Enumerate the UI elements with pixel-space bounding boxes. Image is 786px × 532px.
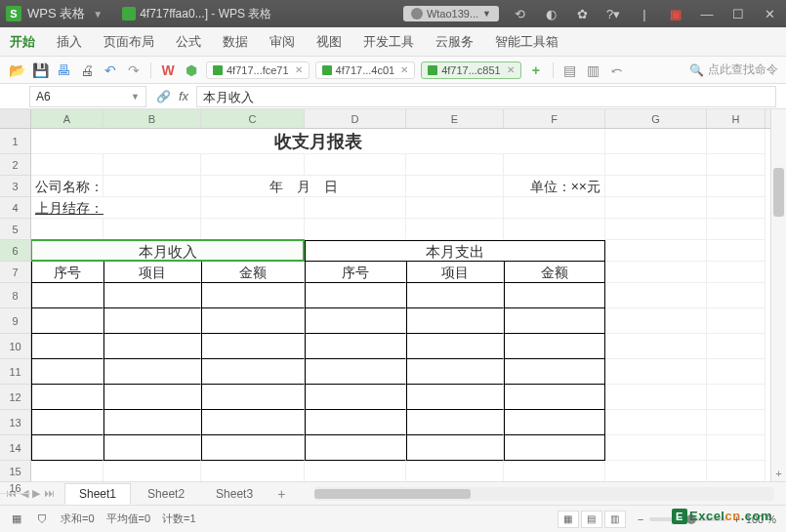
cell[interactable] bbox=[707, 385, 765, 410]
scroll-thumb[interactable] bbox=[314, 489, 471, 499]
cell[interactable] bbox=[605, 410, 707, 435]
feedback-icon[interactable]: | bbox=[634, 5, 655, 22]
cell[interactable] bbox=[605, 385, 707, 410]
add-sheet-button[interactable]: + bbox=[269, 483, 293, 505]
cell[interactable] bbox=[605, 283, 707, 308]
cell[interactable] bbox=[103, 435, 201, 461]
cell[interactable] bbox=[707, 435, 765, 461]
menu-formula[interactable]: 公式 bbox=[176, 33, 201, 51]
cell[interactable] bbox=[707, 359, 765, 385]
row-header[interactable]: 14 bbox=[0, 435, 30, 461]
menu-view[interactable]: 视图 bbox=[316, 33, 342, 51]
menu-start[interactable]: 开始 bbox=[10, 33, 35, 51]
row-header[interactable]: 8 bbox=[0, 283, 30, 308]
cell[interactable] bbox=[406, 219, 504, 240]
row-header[interactable]: 5 bbox=[0, 219, 30, 240]
cell[interactable] bbox=[103, 359, 201, 385]
tab-nav-last-icon[interactable]: ⏭ bbox=[44, 487, 55, 500]
menu-smart[interactable]: 智能工具箱 bbox=[495, 33, 558, 51]
cell[interactable] bbox=[31, 308, 103, 334]
menu-dev[interactable]: 开发工具 bbox=[363, 33, 414, 51]
col-header[interactable]: H bbox=[707, 109, 765, 128]
back-icon[interactable]: ⤺ bbox=[608, 61, 626, 79]
cell[interactable] bbox=[406, 334, 504, 359]
row-header[interactable]: 11 bbox=[0, 359, 30, 385]
cell-item[interactable]: 项目 bbox=[406, 262, 504, 283]
link-icon[interactable]: 🔗 bbox=[156, 90, 171, 103]
cell[interactable] bbox=[305, 308, 406, 334]
notification-icon[interactable]: ▣ bbox=[665, 5, 686, 22]
cell[interactable] bbox=[201, 154, 305, 176]
cell[interactable] bbox=[406, 359, 504, 385]
cell[interactable] bbox=[707, 308, 765, 334]
col-header[interactable]: F bbox=[504, 109, 605, 128]
cell[interactable] bbox=[31, 410, 103, 435]
cell[interactable] bbox=[605, 334, 707, 359]
cell[interactable] bbox=[406, 176, 504, 197]
cell[interactable] bbox=[103, 461, 201, 481]
col-header[interactable]: G bbox=[605, 109, 707, 128]
cell[interactable] bbox=[504, 154, 605, 176]
sheet-tab-1[interactable]: Sheet1 bbox=[64, 483, 131, 505]
cell[interactable] bbox=[406, 435, 504, 461]
cell[interactable] bbox=[707, 129, 765, 154]
cell[interactable] bbox=[605, 197, 707, 219]
cell[interactable] bbox=[201, 308, 305, 334]
row-header[interactable]: 15 bbox=[0, 461, 30, 482]
col-header[interactable]: D bbox=[305, 109, 406, 128]
cell[interactable] bbox=[504, 334, 605, 359]
cell[interactable] bbox=[201, 435, 305, 461]
cell[interactable] bbox=[707, 410, 765, 435]
row-header[interactable]: 12 bbox=[0, 385, 30, 410]
vertical-scrollbar[interactable]: + bbox=[770, 109, 786, 481]
row-header[interactable]: 7 bbox=[0, 262, 30, 283]
col-header[interactable]: C bbox=[201, 109, 305, 128]
row-header[interactable]: 3 bbox=[0, 176, 30, 197]
horizontal-scrollbar[interactable] bbox=[314, 487, 774, 501]
cell[interactable] bbox=[605, 262, 707, 283]
cell[interactable] bbox=[605, 359, 707, 385]
redo-icon[interactable]: ↷ bbox=[125, 61, 143, 79]
cell[interactable] bbox=[504, 308, 605, 334]
row-header[interactable]: 16 bbox=[0, 482, 30, 494]
sheet-tab-2[interactable]: Sheet2 bbox=[133, 483, 199, 505]
menu-review[interactable]: 审阅 bbox=[269, 33, 295, 51]
cell[interactable] bbox=[31, 154, 103, 176]
row-header[interactable]: 10 bbox=[0, 334, 30, 359]
cell[interactable] bbox=[201, 359, 305, 385]
cell[interactable] bbox=[103, 410, 201, 435]
cell[interactable] bbox=[201, 197, 305, 219]
add-tab-icon[interactable]: + bbox=[527, 61, 545, 79]
cell[interactable] bbox=[305, 197, 406, 219]
cell[interactable] bbox=[103, 154, 201, 176]
cell[interactable] bbox=[201, 283, 305, 308]
menu-data[interactable]: 数据 bbox=[223, 33, 248, 51]
cell[interactable] bbox=[305, 334, 406, 359]
print-icon[interactable]: 🖨 bbox=[78, 61, 96, 79]
user-badge[interactable]: Wtao139...▼ bbox=[403, 6, 499, 21]
cell[interactable] bbox=[305, 435, 406, 461]
cell[interactable] bbox=[605, 435, 707, 461]
cell[interactable] bbox=[504, 359, 605, 385]
cell[interactable] bbox=[504, 435, 605, 461]
cell[interactable] bbox=[406, 385, 504, 410]
cell[interactable] bbox=[707, 283, 765, 308]
cell[interactable] bbox=[707, 197, 765, 219]
row-header-selected[interactable]: 6 bbox=[0, 240, 30, 262]
cell[interactable] bbox=[201, 410, 305, 435]
cell[interactable] bbox=[31, 435, 103, 461]
cell[interactable] bbox=[201, 334, 305, 359]
minimize-button[interactable]: — bbox=[696, 5, 718, 22]
cell-income-header[interactable]: 本月收入 bbox=[31, 240, 305, 262]
cell[interactable] bbox=[504, 219, 605, 240]
cell[interactable] bbox=[605, 129, 707, 154]
cell[interactable] bbox=[504, 385, 605, 410]
cell[interactable] bbox=[707, 461, 765, 481]
doc-status-icon[interactable]: ▦ bbox=[10, 512, 23, 526]
tab-nav-next-icon[interactable]: ▶ bbox=[32, 487, 40, 500]
row-header[interactable]: 9 bbox=[0, 308, 30, 334]
document-tab[interactable]: 4f717...4c01✕ bbox=[315, 61, 416, 79]
col-header[interactable]: E bbox=[406, 109, 504, 128]
print-preview-icon[interactable]: 🖶 bbox=[55, 61, 72, 79]
cell[interactable] bbox=[201, 461, 305, 481]
